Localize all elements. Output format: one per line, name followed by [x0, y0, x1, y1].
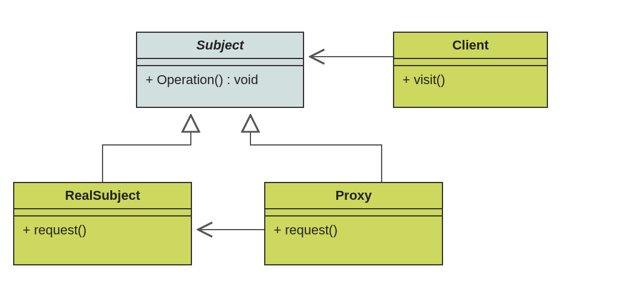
class-title: Proxy	[265, 183, 442, 209]
class-title: Subject	[137, 33, 303, 59]
class-attrs	[265, 209, 442, 217]
class-subject: Subject + Operation() : void	[136, 32, 304, 108]
class-ops: + visit()	[394, 66, 547, 96]
class-ops: + request()	[14, 217, 191, 246]
class-attrs	[137, 59, 303, 66]
arrow-proxy-subject	[250, 116, 382, 182]
class-title: RealSubject	[14, 183, 191, 209]
arrow-realsubject-subject	[103, 116, 191, 182]
class-ops: + Operation() : void	[137, 66, 303, 96]
class-title: Client	[394, 33, 547, 59]
class-realsubject: RealSubject + request()	[13, 182, 192, 265]
class-proxy: Proxy + request()	[264, 182, 443, 265]
class-ops: + request()	[265, 217, 442, 246]
class-client: Client + visit()	[393, 32, 548, 108]
class-attrs	[394, 59, 547, 66]
class-attrs	[14, 209, 191, 217]
